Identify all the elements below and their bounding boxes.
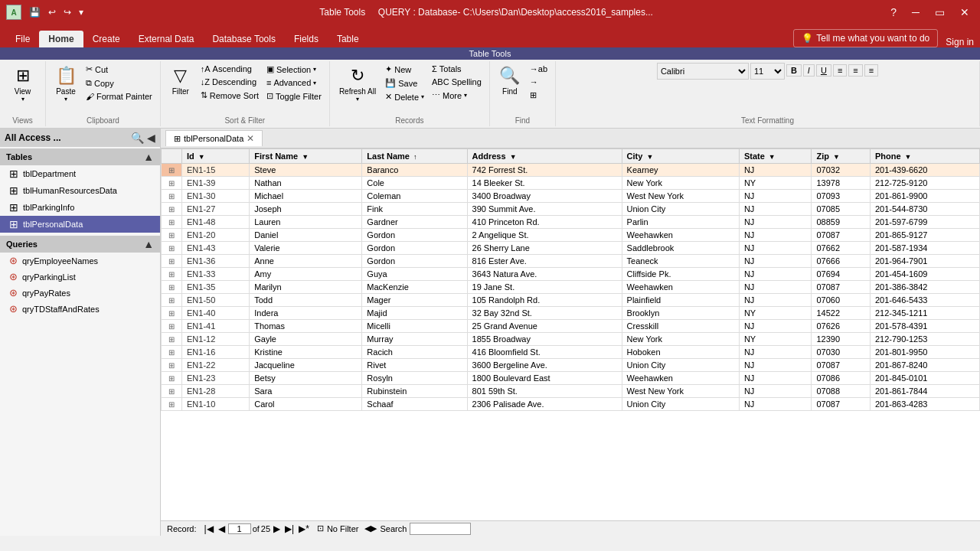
nav-collapse-button[interactable]: ◀: [147, 132, 155, 144]
row-expand-icon[interactable]: ⊞: [166, 179, 177, 187]
nav-item-tbldepartment[interactable]: ⊞ tblDepartment: [0, 165, 160, 182]
table-row[interactable]: ⊞ EN1-20 Daniel Gordon 2 Angelique St. W…: [162, 229, 980, 242]
find-button[interactable]: 🔍 Find: [495, 63, 525, 99]
row-expand-icon[interactable]: ⊞: [166, 348, 177, 357]
table-container[interactable]: Id ▼ First Name ▼ Last Name ↑ Address: [161, 148, 980, 520]
table-row[interactable]: ⊞ EN1-43 Valerie Gordon 26 Sherry Lane S…: [162, 242, 980, 255]
nav-item-qryparkinglist[interactable]: ⊛ qryParkingList: [0, 269, 160, 285]
nav-item-qrytdstaffandrates[interactable]: ⊛ qryTDStaffAndRates: [0, 301, 160, 317]
more-button[interactable]: ⋯ More ▾: [429, 89, 485, 102]
minimize-button[interactable]: ─: [907, 5, 924, 20]
table-row[interactable]: ⊞ EN1-28 Sara Rubinstein 801 59th St. We…: [162, 385, 980, 398]
format-painter-button[interactable]: 🖌 Format Painter: [83, 90, 155, 103]
table-row[interactable]: ⊞ EN1-36 Anne Gordon 816 Ester Ave. Tean…: [162, 255, 980, 268]
table-row[interactable]: ⊞ EN1-16 Kristine Racich 416 Bloomfield …: [162, 346, 980, 359]
row-expand-icon[interactable]: ⊞: [166, 335, 177, 344]
first-record-button[interactable]: |◀: [203, 523, 215, 534]
help-button[interactable]: ?: [886, 5, 901, 20]
row-expand-icon[interactable]: ⊞: [166, 218, 177, 227]
row-expand-icon[interactable]: ⊞: [166, 231, 177, 240]
col-state[interactable]: State ▼: [739, 149, 812, 164]
row-expand-icon[interactable]: ⊞: [166, 361, 177, 370]
font-size-select[interactable]: 11: [750, 63, 785, 80]
row-expand-icon[interactable]: ⊞: [166, 257, 177, 266]
row-expand-icon[interactable]: ⊞: [166, 244, 177, 253]
tab-fields[interactable]: Fields: [285, 31, 328, 47]
ascending-button[interactable]: ↑A Ascending: [198, 63, 262, 75]
toggle-filter-button[interactable]: ⊡ Toggle Filter: [263, 90, 325, 103]
spelling-button[interactable]: ABC Spelling: [429, 76, 485, 88]
restore-button[interactable]: ▭: [930, 5, 949, 20]
table-row[interactable]: ⊞ EN1-27 Joseph Fink 390 Summit Ave. Uni…: [162, 203, 980, 216]
nav-item-tblpersonaldata[interactable]: ⊞ tblPersonalData: [0, 216, 160, 233]
search-input[interactable]: [410, 523, 471, 535]
col-lastname[interactable]: Last Name ↑: [362, 149, 467, 164]
bold-button[interactable]: B: [786, 64, 802, 77]
table-row[interactable]: ⊞ EN1-10 Carol Schaaf 2306 Palisade Ave.…: [162, 398, 980, 411]
row-expand-icon[interactable]: ⊞: [166, 166, 177, 174]
advanced-button[interactable]: ≡ Advanced ▾: [263, 77, 325, 89]
row-expand-icon[interactable]: ⊞: [166, 192, 177, 201]
table-row[interactable]: ⊞ EN1-12 Gayle Murray 1855 Broadway New …: [162, 333, 980, 346]
tab-external-data[interactable]: External Data: [129, 31, 204, 47]
save-button[interactable]: 💾 Save: [382, 77, 427, 90]
tab-database-tools[interactable]: Database Tools: [203, 31, 285, 47]
row-expand-icon[interactable]: ⊞: [166, 309, 177, 318]
row-expand-icon[interactable]: ⊞: [166, 296, 177, 305]
row-expand-icon[interactable]: ⊞: [166, 283, 177, 292]
col-phone[interactable]: Phone ▼: [870, 149, 979, 164]
prev-record-button[interactable]: ◀: [217, 523, 227, 534]
customize-qat-button[interactable]: ▾: [76, 5, 87, 19]
last-record-button[interactable]: ▶|: [283, 523, 296, 534]
tab-table[interactable]: Table: [328, 31, 368, 47]
table-row[interactable]: ⊞ EN1-41 Thomas Micelli 25 Grand Avenue …: [162, 320, 980, 333]
refresh-all-button[interactable]: ↻ Refresh All ▾: [335, 63, 381, 106]
col-address[interactable]: Address ▼: [467, 149, 622, 164]
table-row[interactable]: ⊞ EN1-48 Lauren Gardner 410 Princeton Rd…: [162, 216, 980, 229]
nav-item-tblparkinginfo[interactable]: ⊞ tblParkingInfo: [0, 199, 160, 216]
next-record-button[interactable]: ▶: [272, 523, 282, 534]
tab-create[interactable]: Create: [83, 31, 129, 47]
table-row[interactable]: ⊞ EN1-23 Betsy Rosyln 1800 Boulevard Eas…: [162, 372, 980, 385]
table-row[interactable]: ⊞ EN1-50 Todd Mager 105 Randolph Rd. Pla…: [162, 294, 980, 307]
nav-item-qrypayrates[interactable]: ⊛ qryPayRates: [0, 285, 160, 301]
font-name-select[interactable]: Calibri: [657, 63, 749, 80]
delete-button[interactable]: ✕ Delete ▾: [382, 90, 427, 103]
tab-file[interactable]: File: [6, 31, 39, 47]
row-expand-icon[interactable]: ⊞: [166, 205, 177, 214]
tab-tblpersonaldata[interactable]: ⊞ tblPersonalData ✕: [165, 130, 263, 146]
tell-me-box[interactable]: 💡 Tell me what you want to do: [793, 29, 938, 47]
underline-button[interactable]: U: [816, 64, 831, 77]
table-row[interactable]: ⊞ EN1-33 Amy Guya 3643 Natura Ave. Cliff…: [162, 268, 980, 281]
nav-item-qryemployeenames[interactable]: ⊛ qryEmployeeNames: [0, 253, 160, 269]
table-row[interactable]: ⊞ EN1-35 Marilyn MacKenzie 19 Jane St. W…: [162, 281, 980, 294]
current-record-input[interactable]: [228, 523, 251, 534]
align-center-button[interactable]: ≡: [848, 64, 862, 77]
italic-button[interactable]: I: [803, 64, 815, 77]
nav-search-button[interactable]: 🔍: [131, 132, 144, 144]
copy-button[interactable]: ⧉ Copy: [83, 77, 155, 90]
descending-button[interactable]: ↓Z Descending: [198, 76, 262, 88]
goto-button[interactable]: →: [527, 76, 550, 88]
tab-close-button[interactable]: ✕: [247, 133, 254, 144]
remove-sort-button[interactable]: ⇅ Remove Sort: [198, 89, 262, 102]
undo-button[interactable]: ↩: [45, 5, 59, 19]
row-expand-icon[interactable]: ⊞: [166, 322, 177, 331]
table-row[interactable]: ⊞ EN1-22 Jacqueline Rivet 3600 Bergeline…: [162, 359, 980, 372]
queries-collapse-button[interactable]: ▲: [143, 238, 154, 250]
cut-button[interactable]: ✂ Cut: [83, 63, 155, 76]
new-button[interactable]: ✦ New: [382, 63, 427, 76]
align-right-button[interactable]: ≡: [864, 64, 878, 77]
tab-home[interactable]: Home: [39, 31, 83, 47]
close-button[interactable]: ✕: [956, 5, 974, 20]
table-row[interactable]: ⊞ EN1-30 Michael Coleman 3400 Broadway W…: [162, 190, 980, 203]
row-expand-icon[interactable]: ⊞: [166, 270, 177, 279]
table-row[interactable]: ⊞ EN1-15 Steve Baranco 742 Forrest St. K…: [162, 164, 980, 177]
new-record-button[interactable]: ▶*: [297, 523, 311, 534]
save-qat-button[interactable]: 💾: [26, 5, 44, 19]
paste-button[interactable]: 📋 Paste ▾: [51, 63, 81, 106]
sign-in-button[interactable]: Sign in: [946, 37, 974, 47]
redo-button[interactable]: ↪: [60, 5, 74, 19]
col-zip[interactable]: Zip ▼: [812, 149, 870, 164]
col-city[interactable]: City ▼: [622, 149, 739, 164]
